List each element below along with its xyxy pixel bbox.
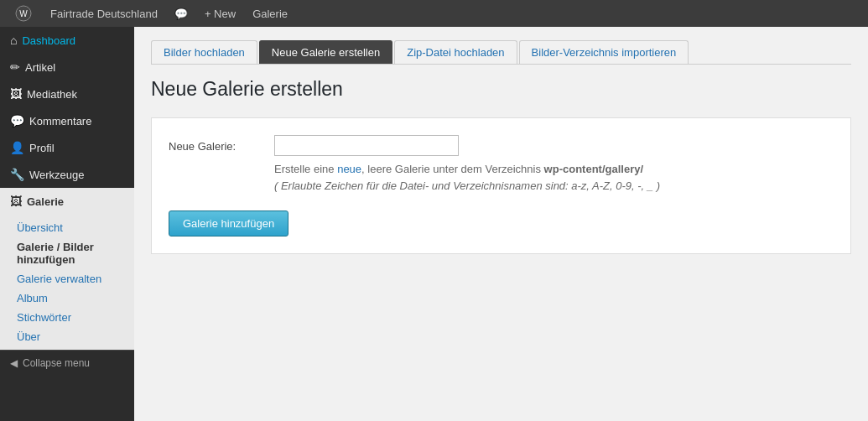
- sidebar-item-label: Mediathek: [27, 88, 77, 101]
- submenu-galerie-bilder[interactable]: Galerie / Bilderhinzufügen: [0, 237, 134, 269]
- tabs-bar: Bilder hochladen Neue Galerie erstellen …: [151, 40, 851, 65]
- sidebar-item-kommentare[interactable]: 💬 Kommentare: [0, 107, 134, 134]
- galerie-hinzufugen-button[interactable]: Galerie hinzufügen: [169, 210, 288, 236]
- form-section: Neue Galerie: Erstelle eine neue, leere …: [151, 117, 851, 254]
- werkzeuge-icon: 🔧: [10, 168, 24, 181]
- submenu-album[interactable]: Album: [0, 288, 134, 308]
- sidebar-item-werkzeuge[interactable]: 🔧 Werkzeuge: [0, 161, 134, 188]
- tab-bilder-verzeichnis[interactable]: Bilder-Verzeichnis importieren: [519, 40, 689, 64]
- galerie-submenu: Übersicht Galerie / Bilderhinzufügen Gal…: [0, 215, 134, 350]
- new-content-button[interactable]: + New: [198, 0, 242, 27]
- page-title: Neue Galerie erstellen: [151, 78, 851, 101]
- form-input-col: Erstelle eine neue, leere Galerie unter …: [274, 135, 834, 194]
- kommentare-icon: 💬: [10, 114, 24, 127]
- sidebar: ⌂ Dashboard ✏ Artikel 🖼 Mediathek 💬 Komm…: [0, 27, 134, 421]
- form-help-text: Erstelle eine neue, leere Galerie unter …: [274, 161, 834, 194]
- sidebar-item-mediathek[interactable]: 🖼 Mediathek: [0, 81, 134, 107]
- submenu-galerie-verwalten[interactable]: Galerie verwalten: [0, 269, 134, 288]
- collapse-label: Collapse menu: [23, 357, 90, 369]
- galerie-adminbar-link[interactable]: Galerie: [246, 0, 294, 27]
- sidebar-item-label: Dashboard: [22, 34, 75, 47]
- collapse-icon: ◀: [10, 357, 18, 369]
- svg-text:W: W: [19, 9, 28, 18]
- sidebar-item-label: Kommentare: [29, 115, 91, 127]
- sidebar-item-dashboard[interactable]: ⌂ Dashboard: [0, 27, 134, 54]
- galerie-icon: 🖼: [10, 195, 22, 208]
- sidebar-item-artikel[interactable]: ✏ Artikel: [0, 54, 134, 81]
- artikel-icon: ✏: [10, 60, 20, 74]
- submenu-stichworter[interactable]: Stichwörter: [0, 308, 134, 327]
- wordpress-icon: W: [15, 5, 32, 22]
- tab-bilder-hochladen[interactable]: Bilder hochladen: [151, 40, 257, 64]
- sidebar-item-label: Profil: [29, 142, 55, 154]
- help-path: wp-content/gallery/: [544, 163, 643, 175]
- help-text2: ( Erlaubte Zeichen für die Datei- und Ve…: [274, 179, 660, 192]
- form-row-galerie: Neue Galerie: Erstelle eine neue, leere …: [169, 135, 834, 194]
- collapse-menu-button[interactable]: ◀ Collapse menu: [0, 350, 134, 376]
- sidebar-item-label: Galerie: [27, 195, 64, 208]
- main-layout: ⌂ Dashboard ✏ Artikel 🖼 Mediathek 💬 Komm…: [0, 27, 868, 421]
- dashboard-icon: ⌂: [10, 34, 17, 47]
- sidebar-item-label: Artikel: [25, 61, 55, 74]
- comments-button[interactable]: 💬: [168, 0, 195, 27]
- tab-neue-galerie[interactable]: Neue Galerie erstellen: [259, 40, 392, 64]
- sidebar-item-profil[interactable]: 👤 Profil: [0, 134, 134, 161]
- sidebar-item-label: Werkzeuge: [29, 169, 85, 181]
- submenu-uber[interactable]: Über: [0, 327, 134, 346]
- profil-icon: 👤: [10, 141, 24, 154]
- submenu-ubersicht[interactable]: Übersicht: [0, 218, 134, 237]
- tab-zip-datei[interactable]: Zip-Datei hochladen: [394, 40, 517, 64]
- mediathek-icon: 🖼: [10, 87, 22, 101]
- sidebar-item-galerie[interactable]: 🖼 Galerie: [0, 188, 134, 215]
- comments-icon: 💬: [174, 8, 188, 20]
- help-text1: Erstelle eine neue, leere Galerie unter …: [274, 163, 544, 175]
- wp-logo-button[interactable]: W: [7, 0, 40, 27]
- content-area: Bilder hochladen Neue Galerie erstellen …: [134, 27, 868, 421]
- site-name-link[interactable]: Fairtrade Deutschland: [44, 0, 164, 27]
- galerie-name-input[interactable]: [274, 135, 459, 156]
- admin-bar: W Fairtrade Deutschland 💬 + New Galerie: [0, 0, 868, 27]
- form-label-galerie: Neue Galerie:: [169, 135, 261, 153]
